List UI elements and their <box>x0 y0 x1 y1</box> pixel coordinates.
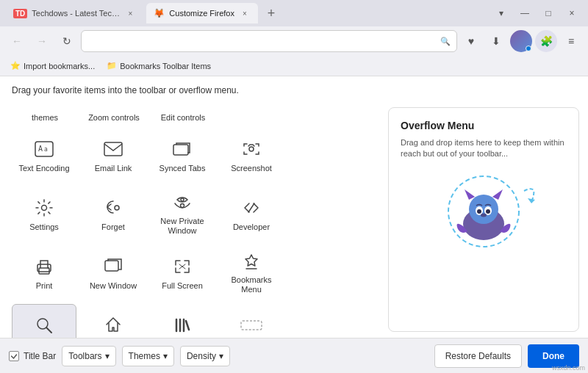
overflow-panel-description: Drag and drop items here to keep them wi… <box>401 137 567 160</box>
items-grid: themes Zoom controls Edit controls <box>0 101 388 338</box>
cut-off-row: themes Zoom controls Edit controls <box>6 101 382 125</box>
svg-point-25 <box>469 195 498 224</box>
new-private-window-label: New PrivateWindow <box>160 217 204 236</box>
minimize-button[interactable]: — <box>514 3 535 23</box>
toolbar-item-email-link[interactable]: Email Link <box>81 128 146 181</box>
title-bar-checkbox[interactable] <box>9 351 19 361</box>
menu-button[interactable]: ≡ <box>560 30 582 52</box>
flexible-space-icon <box>240 314 263 337</box>
email-link-icon <box>101 137 125 161</box>
full-screen-label: Full Screen <box>162 281 203 291</box>
svg-marker-26 <box>465 189 475 200</box>
text-encoding-icon: A a <box>32 137 56 161</box>
back-button[interactable]: ← <box>6 30 28 52</box>
density-dropdown[interactable]: Density ▾ <box>180 346 230 366</box>
svg-line-9 <box>248 203 254 212</box>
profile-button[interactable] <box>510 30 532 52</box>
url-input[interactable] <box>87 36 436 46</box>
maximize-button[interactable]: □ <box>538 3 559 23</box>
cut-item-2[interactable]: Zoom controls <box>81 101 147 125</box>
bookmarks-menu-icon <box>240 252 263 272</box>
navigation-bar: ← → ↻ 🔍 ♥ ⬇ 🧩 ≡ <box>0 26 588 56</box>
toolbar-item-print[interactable]: Print <box>12 245 76 298</box>
overflow-illustration <box>401 169 567 257</box>
toolbar-item-search[interactable]: Search <box>12 304 76 338</box>
close-window-button[interactable]: × <box>562 3 582 23</box>
print-label: Print <box>36 281 53 291</box>
toolbar-item-new-private-window[interactable]: New PrivateWindow <box>150 186 215 239</box>
themes-dropdown[interactable]: Themes ▾ <box>122 346 174 366</box>
toolbar-item-flexible-space[interactable]: Flexible Space <box>219 304 284 338</box>
svg-rect-13 <box>105 261 118 271</box>
svg-point-8 <box>181 203 184 207</box>
search-toolbar-icon <box>32 314 56 337</box>
library-icon <box>171 314 194 337</box>
tab-techdows[interactable]: TD Techdows - Latest Technology N... × <box>6 3 143 23</box>
bookmark-toolbar-label: Bookmarks Toolbar Items <box>120 62 211 70</box>
bookmark-import[interactable]: ⭐ Import bookmarks... <box>6 59 99 72</box>
screenshot-icon <box>240 137 263 161</box>
tab-customize[interactable]: 🦊 Customize Firefox × <box>146 3 258 23</box>
tab-bar-chevron[interactable]: ▾ <box>491 3 512 23</box>
print-icon <box>32 255 56 278</box>
toolbars-label: Toolbars <box>68 351 101 361</box>
settings-label: Settings <box>29 222 59 232</box>
svg-point-31 <box>486 209 490 214</box>
svg-point-6 <box>42 206 47 211</box>
toolbar-item-settings[interactable]: Settings <box>12 186 76 239</box>
settings-icon <box>32 196 56 220</box>
bookmark-toolbar-items[interactable]: 📁 Bookmarks Toolbar Items <box>102 59 215 72</box>
tab-close-customize[interactable]: × <box>239 7 251 19</box>
main-content: Drag your favorite items into the toolba… <box>0 76 588 338</box>
url-bar[interactable]: 🔍 <box>81 30 457 52</box>
cut-item-1[interactable]: themes <box>12 101 78 125</box>
toolbar-item-screenshot[interactable]: Screenshot <box>219 128 284 181</box>
new-tab-button[interactable]: + <box>261 3 282 23</box>
themes-chevron: ▾ <box>163 351 168 361</box>
done-button[interactable]: Done <box>528 344 579 368</box>
drag-instruction: Drag your favorite items into the toolba… <box>12 85 239 95</box>
toolbar-item-text-encoding[interactable]: A a Text Encoding <box>12 128 76 181</box>
search-icon-url: 🔍 <box>440 37 451 46</box>
full-screen-icon <box>171 255 194 278</box>
customize-body: themes Zoom controls Edit controls <box>0 101 588 338</box>
toolbar-item-home[interactable]: Home <box>81 304 146 338</box>
extensions-button[interactable]: 🧩 <box>535 30 557 52</box>
forward-button[interactable]: → <box>31 30 53 52</box>
svg-rect-3 <box>104 142 122 156</box>
cut-label-3: Edit controls <box>161 113 206 122</box>
new-window-icon <box>101 255 125 278</box>
bottom-toolbar: Title Bar Toolbars ▾ Themes ▾ Density ▾ … <box>0 338 588 373</box>
toolbar-item-developer[interactable]: Developer <box>219 186 284 239</box>
new-private-window-icon <box>171 193 194 214</box>
profile-sync-dot <box>526 46 531 51</box>
overflow-panel-title: Overflow Menu <box>401 120 474 131</box>
toolbar-item-forget[interactable]: Forget <box>81 186 146 239</box>
folder-icon: 📁 <box>107 61 117 70</box>
synced-tabs-icon <box>171 137 194 161</box>
svg-line-16 <box>46 327 51 333</box>
download-button[interactable]: ⬇ <box>485 30 507 52</box>
restore-defaults-button[interactable]: Restore Defaults <box>434 344 522 368</box>
tab-close-techdows[interactable]: × <box>124 7 136 19</box>
toolbar-item-synced-tabs[interactable]: Synced Tabs <box>150 128 215 181</box>
title-bar-checkbox-group[interactable]: Title Bar <box>9 351 56 361</box>
cut-item-3[interactable]: Edit controls <box>150 101 216 125</box>
toolbar-item-library[interactable]: Library <box>150 304 215 338</box>
toolbar-item-new-window[interactable]: New Window <box>81 245 146 298</box>
tab-label-customize: Customize Firefox <box>169 9 234 18</box>
toolbars-dropdown[interactable]: Toolbars ▾ <box>62 346 115 366</box>
overflow-panel: Overflow Menu Drag and drop items here t… <box>388 107 579 332</box>
density-chevron: ▾ <box>219 351 223 361</box>
svg-point-5 <box>249 147 254 151</box>
toolbar-item-full-screen[interactable]: Full Screen <box>150 245 215 298</box>
bookmark-heart-button[interactable]: ♥ <box>460 30 482 52</box>
nav-right-controls: ♥ ⬇ 🧩 ≡ <box>460 30 582 52</box>
toolbar-item-bookmarks-menu[interactable]: BookmarksMenu <box>219 245 284 298</box>
refresh-button[interactable]: ↻ <box>56 30 78 52</box>
cut-label-1: themes <box>32 113 58 122</box>
bottom-right-actions: Restore Defaults Done <box>434 344 579 368</box>
forget-icon <box>101 196 125 220</box>
bookmarks-menu-label: BookmarksMenu <box>231 275 271 294</box>
text-encoding-label: Text Encoding <box>18 164 69 173</box>
